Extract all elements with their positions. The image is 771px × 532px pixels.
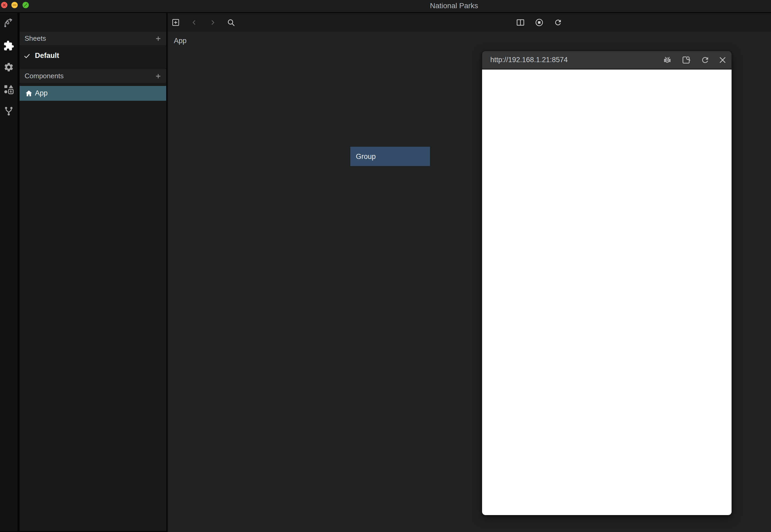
- reload-preview-button[interactable]: [699, 54, 711, 66]
- search-button[interactable]: [224, 13, 238, 32]
- stop-button[interactable]: [532, 13, 546, 32]
- canvas-area[interactable]: App Group http://192.168.1.21:8574: [168, 13, 771, 532]
- window-title: National Parks: [430, 2, 478, 10]
- gear-icon: [3, 62, 14, 72]
- search-icon: [227, 18, 235, 27]
- sheet-item-default[interactable]: Default: [20, 47, 166, 66]
- forward-icon: [209, 19, 216, 26]
- minimize-window-button[interactable]: [11, 2, 18, 8]
- split-view-button[interactable]: [513, 13, 528, 32]
- git-branch-icon: [3, 106, 14, 116]
- plus-icon: [155, 73, 162, 80]
- route-icon: [3, 17, 14, 28]
- reload-canvas-button[interactable]: [551, 13, 565, 32]
- sheets-section-label: Sheets: [25, 32, 46, 45]
- reload-icon: [554, 18, 562, 27]
- close-icon: [718, 56, 727, 65]
- reload-icon: [701, 56, 710, 65]
- debug-icon: [662, 55, 672, 65]
- debug-button[interactable]: [661, 54, 673, 66]
- component-item-label: App: [35, 89, 48, 97]
- title-bar: National Parks: [0, 0, 771, 13]
- activity-bar: [0, 13, 20, 532]
- activity-version-control-button[interactable]: [0, 104, 17, 118]
- components-section-label: Components: [25, 69, 63, 83]
- preview-window: http://192.168.1.21:8574: [482, 51, 732, 515]
- close-preview-button[interactable]: [717, 54, 729, 66]
- activity-settings-button[interactable]: [0, 60, 17, 75]
- shapes-import-icon: [3, 84, 14, 95]
- sidebar: Components Sheets Default Components: [20, 13, 166, 532]
- canvas-toolbar: [168, 13, 771, 32]
- add-component-button[interactable]: [154, 72, 162, 80]
- home-icon: [25, 89, 33, 98]
- stop-icon: [535, 18, 544, 27]
- add-sheet-button[interactable]: [154, 35, 162, 42]
- activity-components-button[interactable]: [0, 38, 17, 53]
- split-view-icon: [516, 18, 525, 27]
- components-section-header: Components: [20, 69, 166, 83]
- plus-icon: [155, 35, 162, 42]
- application-window: National Parks: [0, 0, 771, 532]
- url-input[interactable]: http://192.168.1.21:8574: [490, 51, 568, 69]
- maximize-icon: [22, 2, 29, 8]
- activity-assets-button[interactable]: [0, 82, 17, 97]
- back-button[interactable]: [187, 13, 201, 32]
- canvas-node-group[interactable]: Group: [350, 147, 430, 166]
- minimize-icon: [11, 2, 18, 8]
- close-icon: [1, 2, 7, 8]
- add-frame-button[interactable]: [168, 13, 183, 32]
- maximize-window-button[interactable]: [22, 2, 29, 8]
- close-window-button[interactable]: [1, 2, 7, 8]
- component-item-app[interactable]: App: [20, 86, 166, 101]
- puzzle-icon: [3, 40, 14, 51]
- back-icon: [191, 19, 198, 26]
- sheet-item-label: Default: [35, 52, 59, 60]
- forward-button[interactable]: [205, 13, 220, 32]
- preview-header: http://192.168.1.21:8574: [482, 51, 732, 70]
- canvas-node-label: Group: [356, 152, 376, 160]
- activity-flows-button[interactable]: [0, 15, 17, 30]
- sheets-section-header: Sheets: [20, 32, 166, 45]
- inspect-icon: [681, 55, 691, 65]
- preview-webview[interactable]: [482, 70, 732, 515]
- breadcrumb[interactable]: App: [174, 37, 186, 45]
- add-frame-icon: [171, 18, 180, 27]
- inspect-button[interactable]: [680, 54, 692, 66]
- check-icon: [23, 52, 31, 61]
